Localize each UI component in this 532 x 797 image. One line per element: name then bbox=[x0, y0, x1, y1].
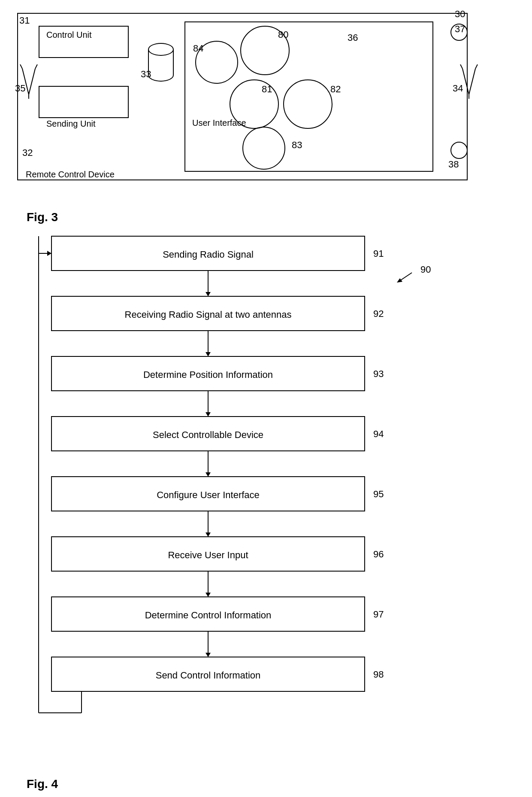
circle-82 bbox=[283, 79, 332, 129]
ref-34: 34 bbox=[453, 83, 463, 94]
svg-line-7 bbox=[460, 64, 462, 69]
circle-83 bbox=[242, 127, 285, 170]
sending-unit-label: Sending Unit bbox=[46, 119, 96, 129]
svg-text:Select Controllable Device: Select Controllable Device bbox=[153, 429, 263, 440]
svg-line-6 bbox=[469, 69, 475, 94]
svg-line-2 bbox=[20, 64, 22, 69]
svg-text:Receive User Input: Receive User Input bbox=[168, 550, 248, 560]
svg-text:Sending Radio Signal: Sending Radio Signal bbox=[163, 249, 254, 260]
ref-32: 32 bbox=[22, 147, 33, 158]
user-interface-label: User Interface bbox=[192, 118, 246, 128]
small-circle-bottom bbox=[450, 142, 468, 159]
svg-text:90: 90 bbox=[420, 264, 431, 275]
svg-text:92: 92 bbox=[373, 308, 384, 319]
svg-text:Configure User Interface: Configure User Interface bbox=[157, 490, 260, 500]
ref-36: 36 bbox=[348, 32, 358, 43]
svg-line-5 bbox=[462, 69, 469, 94]
rcd-label: Remote Control Device bbox=[26, 170, 115, 179]
svg-text:97: 97 bbox=[373, 609, 384, 620]
ref-84: 84 bbox=[193, 43, 203, 54]
svg-text:91: 91 bbox=[373, 248, 384, 259]
svg-text:96: 96 bbox=[373, 549, 384, 560]
svg-marker-49 bbox=[206, 653, 211, 657]
svg-marker-39 bbox=[206, 532, 211, 537]
svg-text:95: 95 bbox=[373, 489, 384, 499]
ref-38: 38 bbox=[448, 159, 459, 170]
svg-text:Determine Position Information: Determine Position Information bbox=[143, 369, 273, 380]
flow-diagram: 90 Sending Radio Signal 91 Receiving Rad… bbox=[30, 232, 502, 786]
svg-text:93: 93 bbox=[373, 368, 384, 379]
ref-83: 83 bbox=[292, 140, 302, 151]
control-unit-label: Control Unit bbox=[46, 30, 92, 40]
svg-marker-57 bbox=[47, 251, 51, 256]
svg-marker-29 bbox=[206, 412, 211, 417]
ref-80: 80 bbox=[278, 29, 288, 40]
svg-marker-19 bbox=[206, 292, 211, 296]
svg-line-3 bbox=[35, 64, 37, 69]
fig4-label: Fig. 4 bbox=[27, 777, 58, 791]
small-circle-top bbox=[450, 24, 468, 41]
svg-text:Receiving Radio Signal at two : Receiving Radio Signal at two antennas bbox=[125, 309, 292, 320]
ref-82: 82 bbox=[330, 84, 341, 95]
svg-text:94: 94 bbox=[373, 429, 384, 439]
rcd-ref: 31 bbox=[19, 15, 30, 26]
svg-marker-24 bbox=[206, 352, 211, 356]
svg-text:Send Control Information: Send Control Information bbox=[156, 670, 261, 681]
cylinder-33 bbox=[148, 43, 174, 82]
svg-line-8 bbox=[475, 64, 478, 69]
ref-35: 35 bbox=[15, 83, 25, 94]
fig3-label: Fig. 3 bbox=[27, 210, 58, 224]
svg-line-1 bbox=[29, 69, 35, 94]
sending-unit-box bbox=[39, 86, 129, 118]
svg-text:Determine Control Information: Determine Control Information bbox=[145, 610, 272, 621]
ref-81: 81 bbox=[262, 84, 272, 95]
svg-text:98: 98 bbox=[373, 669, 384, 680]
svg-marker-12 bbox=[397, 278, 402, 283]
svg-marker-44 bbox=[206, 593, 211, 597]
ref-33: 33 bbox=[141, 69, 151, 80]
svg-marker-34 bbox=[206, 472, 211, 477]
